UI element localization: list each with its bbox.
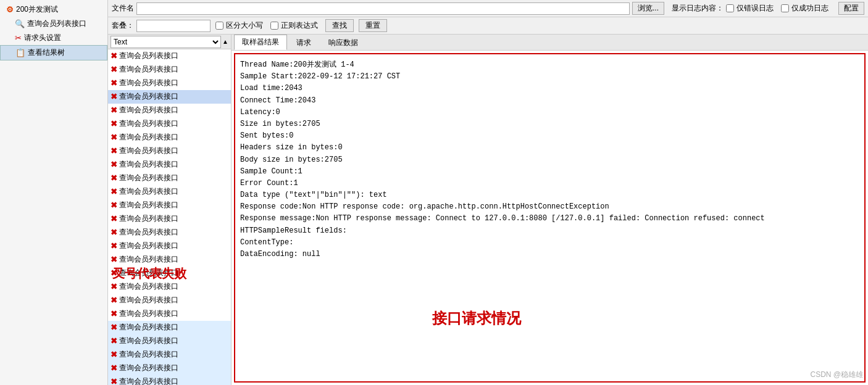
list-item[interactable]: ✖查询会员列表接口 [108, 375, 231, 385]
list-item[interactable]: ✖查询会员列表接口 [108, 104, 231, 117]
list-item[interactable]: ✖查询会员列表接口 [108, 131, 231, 144]
sidebar-item-test-group[interactable]: ⚙ 200并发测试 [0, 2, 107, 17]
error-log-label: 仅错误日志 [737, 3, 774, 14]
result-line: Response code:Non HTTP response code: or… [240, 201, 859, 213]
error-icon: ✖ [111, 92, 117, 101]
reset-button[interactable]: 重置 [359, 19, 387, 32]
result-line: Error Count:1 [240, 178, 859, 189]
list-item[interactable]: ✖查询会员列表接口 [108, 144, 231, 158]
search-input[interactable] [136, 20, 211, 32]
case-checkbox[interactable] [215, 22, 223, 30]
config-button[interactable]: 配置 [838, 2, 864, 15]
list-item[interactable]: ✖查询会员列表接口 [108, 172, 231, 185]
result-line: DataEncoding: null [240, 249, 859, 260]
tab-sampler-result[interactable]: 取样器结果 [234, 35, 287, 50]
browse-button[interactable]: 浏览... [632, 2, 664, 15]
error-icon: ✖ [111, 146, 117, 155]
search-bar: 套叠： 区分大小写 正则表达式 查找 重置 [108, 17, 868, 35]
error-icon: ✖ [111, 268, 117, 278]
list-item[interactable]: ✖查询会员列表接口 [108, 334, 231, 348]
error-icon: ✖ [111, 228, 117, 237]
error-icon: ✖ [111, 350, 117, 359]
error-icon: ✖ [111, 51, 117, 60]
search-button[interactable]: 查找 [325, 19, 354, 32]
error-icon: ✖ [111, 377, 117, 385]
list-item[interactable]: ✖查询会员列表接口 [108, 239, 231, 253]
list-item[interactable]: ✖查询会员列表接口 [108, 321, 231, 334]
error-log-checkbox[interactable] [726, 4, 734, 12]
error-icon: ✖ [111, 214, 117, 223]
list-item[interactable]: ✖查询会员列表接口 [108, 199, 231, 212]
list-item[interactable]: ✖查询会员列表接口 [108, 158, 231, 172]
display-type-select[interactable]: Text [111, 36, 221, 48]
error-icon: ✖ [111, 173, 117, 183]
list-item[interactable]: ✖查询会员列表接口 [108, 212, 231, 226]
api-list-icon: 🔍 [15, 19, 25, 28]
result-line: Sent bytes:0 [240, 130, 859, 142]
error-log-group: 仅错误日志 [726, 3, 776, 14]
success-log-checkbox[interactable] [781, 4, 789, 12]
error-icon: ✖ [111, 160, 117, 169]
list-item[interactable]: ✖查询会员列表接口 [108, 90, 231, 104]
main-area: 文件名 浏览... 显示日志内容： 仅错误日志 仅成功日志 配置 套叠： 区分大… [108, 0, 868, 385]
error-icon: ✖ [111, 78, 117, 88]
result-line: Headers size in bytes:0 [240, 142, 859, 154]
file-input[interactable] [136, 2, 630, 15]
scroll-up-arrow[interactable]: ▲ [222, 38, 228, 45]
list-header: Text ▲ [108, 35, 231, 49]
sidebar-item-api-list[interactable]: 🔍 查询会员列表接口 [0, 17, 107, 31]
result-line: Sample Start:2022-09-12 17:21:27 CST [240, 71, 859, 83]
sidebar-item-label: 200并发测试 [16, 4, 58, 15]
sidebar: ⚙ 200并发测试 🔍 查询会员列表接口 ✂ 请求头设置 📋 查看结果树 [0, 0, 108, 385]
list-item[interactable]: ✖查询会员列表接口 [108, 280, 231, 294]
list-item[interactable]: ✖查询会员列表接口 [108, 77, 231, 90]
tab-request[interactable]: 请求 [288, 35, 319, 50]
sidebar-item-result-tree[interactable]: 📋 查看结果树 [0, 45, 107, 60]
test-group-icon: ⚙ [6, 5, 14, 14]
list-item[interactable]: ✖查询会员列表接口 [108, 49, 231, 63]
header-icon: ✂ [15, 33, 22, 43]
error-icon: ✖ [111, 133, 117, 142]
list-item[interactable]: ✖查询会员列表接口 [108, 185, 231, 199]
result-line: Thread Name:200并发测试 1-4 [240, 59, 859, 71]
sidebar-item-header-setting[interactable]: ✂ 请求头设置 [0, 31, 107, 45]
list-item[interactable]: ✖查询会员列表接口 [108, 63, 231, 77]
regex-label: 正则表达式 [281, 20, 318, 31]
error-icon: ✖ [111, 296, 117, 305]
sidebar-item-label: 查看结果树 [28, 48, 65, 58]
file-label: 文件名 [112, 3, 134, 14]
error-icon: ✖ [111, 309, 117, 318]
list-body[interactable]: ✖查询会员列表接口✖查询会员列表接口✖查询会员列表接口✖查询会员列表接口✖查询会… [108, 49, 231, 385]
file-bar: 文件名 浏览... 显示日志内容： 仅错误日志 仅成功日志 配置 [108, 0, 868, 17]
regex-group: 正则表达式 [270, 20, 320, 31]
result-line: HTTPSampleResult fields: [240, 225, 859, 237]
list-item[interactable]: ✖查询会员列表接口 [108, 253, 231, 267]
error-icon: ✖ [111, 106, 117, 115]
result-line: ContentType: [240, 237, 859, 249]
tab-response-data[interactable]: 响应数据 [320, 35, 366, 50]
error-icon: ✖ [111, 255, 117, 264]
success-log-group: 仅成功日志 [781, 3, 831, 14]
list-item[interactable]: ✖查询会员列表接口 [108, 348, 231, 362]
case-group: 区分大小写 [215, 20, 265, 31]
result-line: Size in bytes:2705 [240, 118, 859, 130]
sidebar-item-label: 查询会员列表接口 [27, 19, 86, 29]
list-item[interactable]: ✖查询会员列表接口 [108, 294, 231, 307]
list-item[interactable]: ✖查询会员列表接口 [108, 362, 231, 375]
error-icon: ✖ [111, 336, 117, 346]
list-item[interactable]: ✖查询会员列表接口 [108, 226, 231, 239]
result-line: Response message:Non HTTP response messa… [240, 213, 859, 225]
list-item[interactable]: ✖查询会员列表接口 [108, 307, 231, 321]
right-panel: 取样器结果 请求 响应数据 Thread Name:200并发测试 1-4Sam… [232, 35, 868, 385]
list-item[interactable]: ✖查询会员列表接口 [108, 117, 231, 131]
result-line: Connect Time:2043 [240, 95, 859, 107]
list-item[interactable]: ✖查询会员列表接口 [108, 267, 231, 280]
error-icon: ✖ [111, 282, 117, 291]
case-label: 区分大小写 [226, 20, 263, 31]
content-area: Text ▲ ✖查询会员列表接口✖查询会员列表接口✖查询会员列表接口✖查询会员列… [108, 35, 868, 385]
regex-checkbox[interactable] [270, 22, 278, 30]
result-content: Thread Name:200并发测试 1-4Sample Start:2022… [234, 53, 866, 383]
sidebar-item-label: 请求头设置 [24, 33, 61, 43]
error-icon: ✖ [111, 119, 117, 128]
search-label: 套叠： [112, 20, 134, 31]
